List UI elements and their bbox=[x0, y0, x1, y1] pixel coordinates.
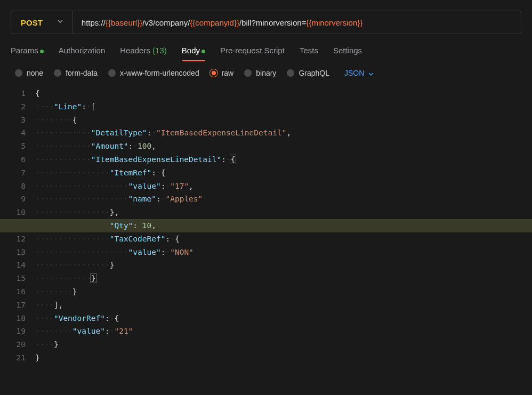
chevron-down-icon bbox=[58, 20, 63, 25]
url-segment: /v3/company/ bbox=[142, 18, 190, 27]
line-number: 7 bbox=[0, 166, 26, 180]
body-format-select[interactable]: JSON bbox=[344, 69, 374, 77]
request-tabs: ParamsAuthorizationHeaders (13)BodyPre-r… bbox=[0, 39, 532, 61]
tab-body[interactable]: Body bbox=[182, 46, 205, 61]
tab-params[interactable]: Params bbox=[11, 46, 44, 61]
token-ws: · bbox=[170, 235, 175, 243]
token-ws: · bbox=[165, 248, 170, 256]
radio-icon bbox=[54, 69, 61, 77]
token-ws: ···· bbox=[35, 102, 54, 111]
tab-label: Tests bbox=[300, 46, 318, 55]
line-number: 18 bbox=[0, 312, 26, 325]
tab-pre-request-script[interactable]: Pre-request Script bbox=[220, 46, 285, 61]
token-punct: ], bbox=[54, 301, 63, 309]
code-line[interactable]: ····], bbox=[35, 299, 532, 312]
tab-authorization[interactable]: Authorization bbox=[59, 46, 106, 61]
radio-icon bbox=[15, 69, 22, 77]
body-type-raw[interactable]: raw bbox=[210, 69, 234, 77]
line-number: 3 bbox=[0, 114, 26, 127]
line-number: 19 bbox=[0, 325, 26, 338]
code-area[interactable]: {····"Line":·[········{············"Deta… bbox=[35, 87, 532, 365]
http-method-select[interactable]: POST bbox=[11, 11, 73, 34]
token-ws: · bbox=[165, 182, 170, 190]
code-line[interactable]: ················"Qty":·10, bbox=[0, 219, 532, 232]
radio-label: binary bbox=[256, 69, 276, 77]
tab-label: Pre-request Script bbox=[220, 46, 285, 55]
code-line[interactable]: ················}, bbox=[35, 206, 532, 219]
token-number: 100 bbox=[138, 142, 151, 150]
token-ws: · bbox=[138, 221, 142, 230]
token-punct: { bbox=[114, 314, 119, 323]
token-ws: ················ bbox=[35, 208, 110, 216]
body-type-graphql[interactable]: GraphQL bbox=[287, 69, 329, 77]
code-line[interactable]: ············"DetailType":·"ItemBasedExpe… bbox=[35, 126, 532, 140]
tab-settings[interactable]: Settings bbox=[333, 46, 362, 61]
code-editor[interactable]: 123456789101112131415161718192021 {····"… bbox=[0, 85, 532, 365]
tab-label: Params bbox=[11, 46, 38, 55]
token-ws: ················ bbox=[35, 261, 110, 269]
chevron-down-icon bbox=[368, 69, 374, 77]
token-string: "17" bbox=[170, 182, 189, 190]
body-type-none[interactable]: none bbox=[15, 69, 43, 77]
line-number: 21 bbox=[0, 351, 26, 365]
url-bar: POST https://{{baseurl}}/v3/company/{{co… bbox=[11, 11, 521, 34]
radio-icon bbox=[210, 69, 217, 77]
line-number: 1 bbox=[0, 87, 26, 100]
token-punct: } bbox=[72, 287, 77, 296]
code-line[interactable]: { bbox=[35, 87, 532, 100]
code-line[interactable]: ········"value":·"21" bbox=[35, 325, 532, 338]
tab-label: Body bbox=[182, 46, 200, 55]
token-punct: : bbox=[105, 314, 110, 323]
code-line[interactable]: ····················"value":·"NON" bbox=[35, 246, 532, 259]
body-type-form-data[interactable]: form-data bbox=[54, 69, 98, 77]
token-punct: } bbox=[110, 261, 115, 269]
tab-headers[interactable]: Headers (13) bbox=[120, 46, 167, 61]
code-line[interactable]: ················"ItemRef":·{ bbox=[35, 166, 532, 180]
line-number: 2 bbox=[0, 100, 26, 114]
token-punct: : bbox=[105, 327, 110, 335]
radio-icon bbox=[108, 69, 116, 77]
code-line[interactable]: ····} bbox=[35, 338, 532, 351]
token-key: "Amount" bbox=[91, 142, 128, 150]
url-segment: /bill?minorversion= bbox=[239, 18, 306, 27]
token-ws: ···················· bbox=[35, 195, 128, 203]
tab-label: Authorization bbox=[59, 46, 106, 55]
code-line[interactable]: ············"Amount":·100, bbox=[35, 140, 532, 153]
body-type-row: noneform-datax-www-form-urlencodedrawbin… bbox=[0, 61, 532, 85]
code-line[interactable]: ················} bbox=[35, 259, 532, 272]
code-line[interactable]: ····"Line":·[ bbox=[35, 100, 532, 114]
token-ws: ···················· bbox=[35, 248, 128, 256]
token-ws: ················ bbox=[35, 221, 110, 230]
radio-label: x-www-form-urlencoded bbox=[120, 69, 199, 77]
tab-tests[interactable]: Tests bbox=[300, 46, 318, 61]
code-line[interactable]: ····················"name":·"Apples" bbox=[35, 192, 532, 206]
radio-label: raw bbox=[222, 69, 234, 77]
code-line[interactable]: ····"VendorRef":·{ bbox=[35, 312, 532, 325]
radio-label: GraphQL bbox=[299, 69, 329, 77]
line-number: 16 bbox=[0, 285, 26, 299]
tab-label: Settings bbox=[333, 46, 362, 55]
body-type-binary[interactable]: binary bbox=[244, 69, 276, 77]
token-ws: ········ bbox=[35, 287, 72, 296]
token-number: 10 bbox=[142, 221, 151, 230]
token-ws: ········ bbox=[35, 116, 72, 124]
line-number: 20 bbox=[0, 338, 26, 351]
token-punct: , bbox=[151, 142, 156, 150]
code-line[interactable]: ············"ItemBasedExpenseLineDetail"… bbox=[35, 153, 532, 166]
body-type-x-www-form-urlencoded[interactable]: x-www-form-urlencoded bbox=[108, 69, 199, 77]
token-punct: , bbox=[286, 128, 291, 137]
token-ws: · bbox=[133, 142, 138, 150]
code-line[interactable]: } bbox=[35, 351, 532, 365]
url-input[interactable]: https://{{baseurl}}/v3/company/{{company… bbox=[73, 11, 521, 34]
code-line[interactable]: ············} bbox=[35, 272, 532, 285]
url-variable: {{baseurl}} bbox=[106, 18, 142, 27]
token-ws: ········ bbox=[35, 327, 72, 335]
token-string: "Apples" bbox=[165, 195, 203, 203]
token-ws: ················ bbox=[35, 168, 110, 177]
code-line[interactable]: ········} bbox=[35, 285, 532, 299]
code-line[interactable]: ····················"value":·"17", bbox=[35, 180, 532, 193]
token-punct: } bbox=[54, 340, 59, 349]
code-line[interactable]: ················"TaxCodeRef":·{ bbox=[35, 232, 532, 246]
code-line[interactable]: ········{ bbox=[35, 114, 532, 127]
tab-label: Headers bbox=[120, 46, 150, 55]
